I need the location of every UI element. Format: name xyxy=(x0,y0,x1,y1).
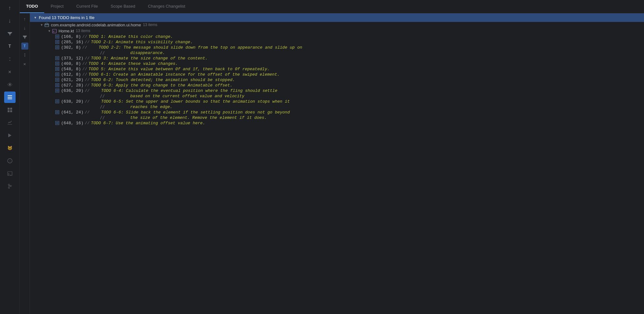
todo-item-icon xyxy=(55,67,59,71)
todo-text: TODO 4: Animate these value changes. xyxy=(88,61,178,66)
todo-location: (648, 16) xyxy=(61,121,83,126)
todo-location: (641, 24) xyxy=(61,110,83,115)
comment-prefix: // xyxy=(82,45,87,50)
svg-point-0 xyxy=(9,84,11,85)
continuation-text: the size of the element. Remove the elem… xyxy=(130,115,267,120)
table-row[interactable]: (638, 20) // TODO 6-5: Set the upper and… xyxy=(30,99,644,104)
todo-location: (636, 20) xyxy=(61,88,83,93)
table-row[interactable]: (302, 8) // TODO 2-2: The message should… xyxy=(30,45,644,50)
tab-todo[interactable]: TODO xyxy=(20,0,44,13)
problems-icon[interactable]: ! xyxy=(4,155,16,167)
filter-icon[interactable] xyxy=(4,28,16,39)
svg-rect-1 xyxy=(8,95,12,96)
content-panel: ↑ ↓ T ✕ ▼ Found 13 TODO items in 1 file xyxy=(20,13,644,314)
todo-text: TODO 5: Animate this value between 0f an… xyxy=(88,67,270,72)
todo-item-icon xyxy=(55,56,59,60)
table-row[interactable]: (627, 28) // TODO 6-3: Apply the drag ch… xyxy=(30,83,644,88)
package-name-text: com.example.android.codelab.animation.ui… xyxy=(51,23,141,27)
svg-rect-4 xyxy=(8,108,10,110)
file-count: 13 items xyxy=(76,29,90,33)
todo-location: (460, 8) xyxy=(61,61,81,66)
todo-text: TODO 6-6: Slide back the element if the … xyxy=(101,110,290,115)
close-x-icon[interactable]: ✕ xyxy=(4,66,16,78)
todo-text: TODO 6-5: Set the upper and lower bounds… xyxy=(101,99,290,104)
todo-text: TODO 6-1: Create an Animatable instance … xyxy=(88,72,280,77)
run-icon[interactable] xyxy=(4,130,16,141)
sidebar: ↑ ↓ T ✕ xyxy=(0,0,20,314)
package-chevron: ▼ xyxy=(40,23,43,27)
scroll-up-tool-icon[interactable]: ↑ xyxy=(21,16,28,23)
collapse-tool-icon[interactable]: ✕ xyxy=(21,60,28,67)
continuation-text: based on the current offset value and ve… xyxy=(130,94,244,99)
todo-location: (548, 8) xyxy=(61,67,81,72)
comment-prefix: // xyxy=(85,40,90,44)
file-name-text: Home.kt xyxy=(59,29,74,33)
svg-point-14 xyxy=(8,187,10,188)
table-row[interactable]: (460, 8) // TODO 4: Animate these value … xyxy=(30,61,644,66)
table-row[interactable]: (373, 12) // TODO 3: Animate the size ch… xyxy=(30,56,644,61)
expand-collapse-icon[interactable] xyxy=(4,53,16,65)
todo-text: TODO 3: Animate the size change of the c… xyxy=(91,56,208,61)
build-icon[interactable] xyxy=(4,117,16,128)
todo-location: (373, 12) xyxy=(61,56,83,61)
tab-project[interactable]: Project xyxy=(44,0,70,13)
tab-bar: TODO Project Current File Scope Based Ch… xyxy=(20,0,644,13)
svg-rect-5 xyxy=(10,108,12,110)
comment-prefix: // xyxy=(85,78,90,82)
comment-prefix: // xyxy=(82,61,87,66)
continuation-row: // reaches the edge. xyxy=(30,104,644,110)
todo-item-icon xyxy=(55,78,59,82)
table-row[interactable]: (285, 16) // TODO 2-1: Animate this visi… xyxy=(30,39,644,45)
comment-prefix: // xyxy=(82,67,87,72)
scroll-down-tool-icon[interactable]: ↓ xyxy=(21,25,28,32)
tab-current-file[interactable]: Current File xyxy=(70,0,104,13)
table-row[interactable]: (641, 24) // TODO 6-6: Slide back the el… xyxy=(30,110,644,115)
package-icon xyxy=(45,23,49,27)
svg-rect-3 xyxy=(8,99,12,99)
todo-item-icon xyxy=(55,40,59,44)
comment-prefix: // xyxy=(82,34,87,39)
text-case-icon[interactable]: T xyxy=(4,41,16,52)
todo-panel[interactable]: ▼ Found 13 TODO items in 1 file ▼ com.ex… xyxy=(30,13,644,314)
version-control-icon[interactable]: 🐱 xyxy=(4,142,16,154)
todo-location: (612, 8) xyxy=(61,72,81,77)
todo-item-icon xyxy=(55,121,59,125)
todo-location: (638, 20) xyxy=(61,99,83,104)
expand-tool-icon[interactable] xyxy=(21,51,28,58)
found-header-row[interactable]: ▼ Found 13 TODO items in 1 file xyxy=(30,13,644,22)
filter-tool-icon[interactable] xyxy=(21,34,28,41)
continuation-text: disappearance. xyxy=(130,51,165,55)
comment-prefix: // xyxy=(85,110,90,115)
todo-text: TODO 2-1: Animate this visibility change… xyxy=(91,40,193,44)
comment-prefix: // xyxy=(82,72,87,77)
table-row[interactable]: (548, 8) // TODO 5: Animate this value b… xyxy=(30,66,644,72)
comment-prefix: // xyxy=(85,121,90,126)
table-row[interactable]: (166, 8) // TODO 1: Animate this color c… xyxy=(30,34,644,39)
tab-changes-changelist[interactable]: Changes Changelist xyxy=(142,0,192,13)
main-content: TODO Project Current File Scope Based Ch… xyxy=(20,0,644,314)
todo-item-icon xyxy=(55,62,59,65)
terminal-icon[interactable] xyxy=(4,168,16,179)
todo-location: (302, 8) xyxy=(61,45,81,50)
table-row[interactable]: (612, 8) // TODO 6-1: Create an Animatab… xyxy=(30,72,644,77)
text-tool-icon[interactable]: T xyxy=(21,43,28,50)
grid-view-icon[interactable] xyxy=(4,104,16,116)
comment-prefix: // xyxy=(85,99,90,104)
todo-item-icon xyxy=(55,99,59,103)
up-arrow-icon[interactable]: ↑ xyxy=(4,3,16,14)
todo-item-icon xyxy=(55,45,59,49)
tab-scope-based[interactable]: Scope Based xyxy=(104,0,142,13)
comment-prefix: // xyxy=(85,83,90,88)
down-arrow-icon[interactable]: ↓ xyxy=(4,15,16,27)
package-row[interactable]: ▼ com.example.android.codelab.animation.… xyxy=(30,22,644,28)
file-row[interactable]: ▼ K Home.kt 13 items xyxy=(30,28,644,34)
list-view-icon[interactable] xyxy=(4,92,16,103)
table-row[interactable]: (636, 20) // TODO 6-4: Calculate the eve… xyxy=(30,88,644,93)
git-branches-icon[interactable] xyxy=(4,181,16,192)
todo-text: TODO 6-2: Touch detected; the animation … xyxy=(91,78,235,82)
eye-icon[interactable] xyxy=(4,79,16,90)
continuation-row: // based on the current offset value and… xyxy=(30,93,644,99)
found-chevron: ▼ xyxy=(34,16,37,19)
table-row[interactable]: (648, 16) // TODO 6-7: Use the animating… xyxy=(30,120,644,126)
table-row[interactable]: (621, 20) // TODO 6-2: Touch detected; t… xyxy=(30,77,644,83)
